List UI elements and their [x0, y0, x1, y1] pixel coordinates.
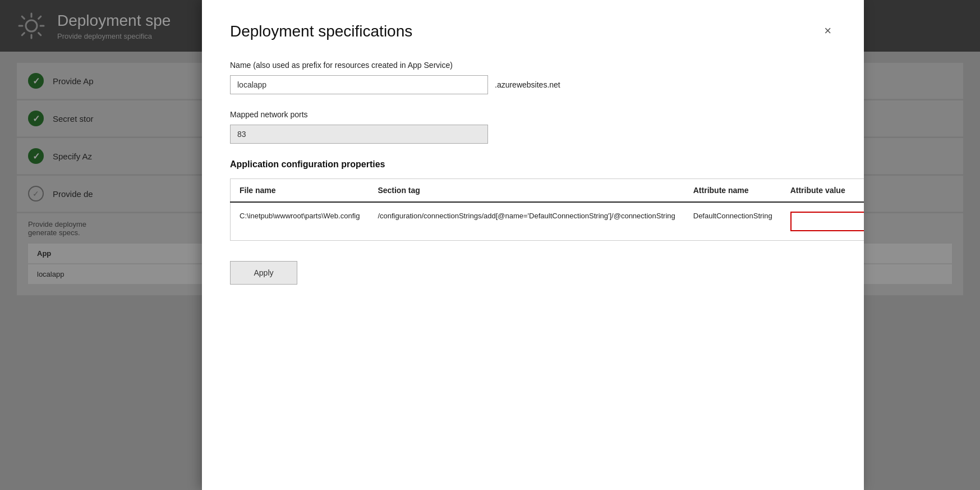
name-field-section: Name (also used as prefix for resources … — [230, 61, 836, 94]
ports-input[interactable] — [230, 125, 488, 144]
config-table-header-row: File name Section tag Attribute name Att… — [231, 179, 864, 203]
name-input[interactable] — [230, 75, 488, 94]
modal-dialog: Deployment specifications × Name (also u… — [202, 0, 864, 490]
cell-section-tag: /configuration/connectionStrings/add[@na… — [369, 202, 684, 241]
apply-button[interactable]: Apply — [230, 261, 297, 285]
attribute-value-input[interactable] — [790, 212, 864, 231]
table-row: C:\inetpub\wwwroot\parts\Web.config /con… — [231, 202, 864, 241]
config-table: File name Section tag Attribute name Att… — [230, 178, 864, 241]
config-section: Application configuration properties Fil… — [230, 159, 836, 241]
col-section-tag: Section tag — [369, 179, 684, 203]
domain-suffix: .azurewebsites.net — [495, 80, 560, 89]
modal-close-button[interactable]: × — [820, 22, 836, 39]
cell-file-name: C:\inetpub\wwwroot\parts\Web.config — [231, 202, 369, 241]
modal-overlay: Deployment specifications × Name (also u… — [0, 0, 980, 490]
ports-field-section: Mapped network ports — [230, 110, 836, 144]
col-attribute-name: Attribute name — [684, 179, 781, 203]
name-field-label: Name (also used as prefix for resources … — [230, 61, 836, 70]
cell-attribute-name: DefaultConnectionString — [684, 202, 781, 241]
modal-header: Deployment specifications × — [230, 22, 836, 40]
col-attribute-value: Attribute value — [781, 179, 864, 203]
name-input-row: .azurewebsites.net — [230, 75, 836, 94]
cell-attribute-value — [781, 202, 864, 241]
ports-field-label: Mapped network ports — [230, 110, 836, 119]
config-section-title: Application configuration properties — [230, 159, 836, 170]
modal-title: Deployment specifications — [230, 22, 412, 40]
col-file-name: File name — [231, 179, 369, 203]
